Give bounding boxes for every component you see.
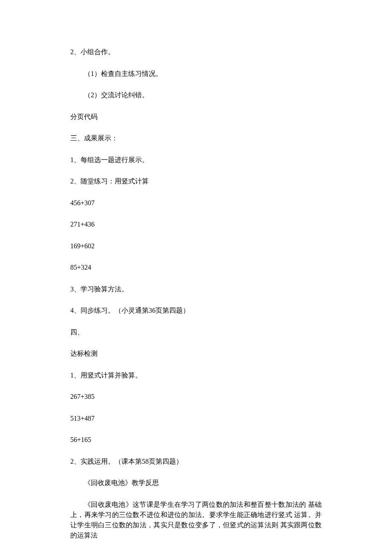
- section-subheading: 达标检测: [70, 349, 322, 359]
- math-expression: 267+385: [70, 392, 322, 402]
- math-expression: 513+487: [70, 413, 322, 424]
- list-item: 4、同步练习。（小灵通第36页第四题）: [70, 305, 322, 316]
- list-item: 1、每组选一题进行展示。: [70, 155, 322, 165]
- sub-item: （2）交流讨论纠错。: [70, 90, 322, 100]
- list-item: 1、用竖式计算并验算。: [70, 370, 322, 381]
- list-item: 2、随堂练习：用竖式计算: [70, 176, 322, 186]
- section-heading: 四、: [70, 327, 322, 337]
- pagination-code-label: 分页代码: [70, 112, 322, 122]
- section-heading: 三、成果展示：: [70, 133, 322, 143]
- math-expression: 85+324: [70, 262, 322, 273]
- math-expression: 169+602: [70, 241, 322, 251]
- section-item: 2、小组合作。: [70, 47, 322, 57]
- subsection-title: 《回收废电池》教学反思: [70, 478, 322, 488]
- body-paragraph: 《回收废电池》这节课是学生在学习了两位数的加法和整百整十数加法的 基础上，再来学…: [70, 500, 322, 540]
- list-item: 3、学习验算方法。: [70, 284, 322, 294]
- math-expression: 456+307: [70, 198, 322, 208]
- math-expression: 271+436: [70, 219, 322, 230]
- math-expression: 56+165: [70, 435, 322, 445]
- sub-item: （1）检查自主练习情况。: [70, 69, 322, 79]
- list-item: 2、实践运用。（课本第58页第四题）: [70, 456, 322, 467]
